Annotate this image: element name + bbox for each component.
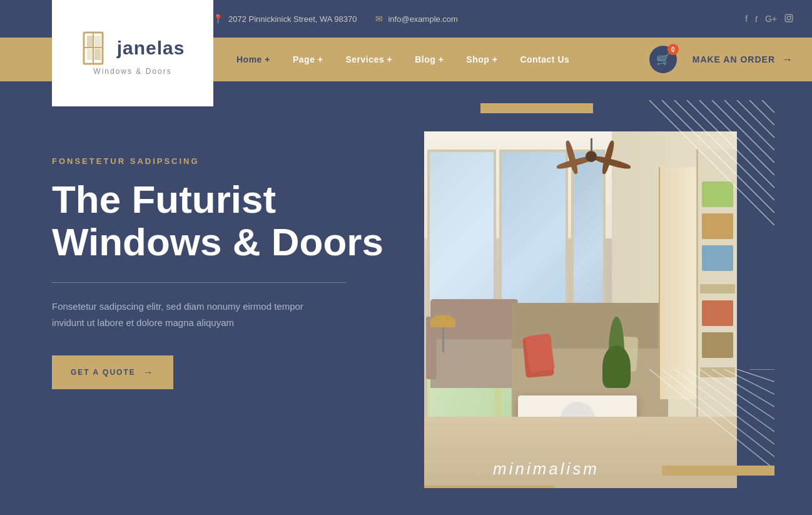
diagonal-lines-top — [637, 100, 774, 263]
nav-item-home[interactable]: Home + — [225, 38, 282, 81]
svg-line-11 — [662, 100, 774, 213]
email-text: info@example.com — [388, 14, 457, 24]
ceiling-fan — [556, 138, 631, 188]
arrow-icon: → — [781, 53, 793, 66]
email-icon: ✉ — [375, 14, 383, 24]
nav-item-contact[interactable]: Contact Us — [509, 38, 581, 81]
twitter-icon[interactable]: t — [755, 14, 758, 24]
hero-title-line2: Windows & Doors — [52, 220, 383, 263]
hero-section: FONSETETUR SADIPSCING The Futurist Windo… — [0, 81, 812, 490]
hero-description: Fonsetetur sadipscing elitr, sed diam no… — [52, 298, 333, 330]
hero-divider — [52, 282, 346, 283]
deco-bottom-bar — [662, 466, 774, 476]
svg-line-24 — [699, 369, 774, 419]
get-quote-label: GET A QUOTE — [71, 368, 136, 377]
address-info: 📍 2072 Pinnickinick Street, WA 98370 — [213, 14, 357, 24]
cart-badge: 0 — [667, 44, 679, 55]
make-order-label: MAKE AN ORDER — [693, 54, 775, 64]
svg-rect-4 — [94, 49, 101, 60]
nav-item-page[interactable]: Page + — [282, 38, 335, 81]
instagram-icon[interactable] — [784, 14, 793, 24]
hero-title-line1: The Futurist — [52, 178, 276, 221]
svg-rect-2 — [94, 36, 101, 47]
svg-line-18 — [749, 100, 774, 125]
minimalism-text: minimalism — [493, 459, 599, 479]
facebook-icon[interactable]: f — [745, 14, 748, 24]
logo-icon — [81, 31, 112, 66]
svg-line-25 — [712, 369, 774, 407]
cart-icon: 🛒 — [656, 53, 670, 66]
svg-line-27 — [737, 369, 774, 382]
svg-line-15 — [712, 100, 774, 163]
svg-rect-7 — [785, 14, 793, 22]
nav-item-shop[interactable]: Shop + — [455, 38, 509, 81]
nav-item-blog[interactable]: Blog + — [403, 38, 455, 81]
hero-image-area: minimalism — [424, 100, 774, 488]
social-icons: f t G+ — [745, 14, 793, 24]
svg-point-8 — [787, 16, 791, 20]
svg-line-19 — [762, 100, 774, 113]
svg-line-16 — [724, 100, 774, 150]
nav-item-services[interactable]: Services + — [335, 38, 404, 81]
svg-line-14 — [699, 100, 774, 175]
svg-line-20 — [649, 369, 774, 469]
svg-rect-1 — [87, 36, 93, 47]
cart-button[interactable]: 🛒 0 — [649, 46, 677, 73]
logo-area: janelas Windows & Doors — [52, 0, 213, 106]
address-text: 2072 Pinnickinick Street, WA 98370 — [228, 14, 357, 24]
svg-line-22 — [674, 369, 774, 444]
svg-point-9 — [790, 15, 791, 16]
site-name: janelas — [117, 38, 185, 59]
hero-content: FONSETETUR SADIPSCING The Futurist Windo… — [52, 106, 402, 389]
diagonal-lines-bottom — [649, 369, 774, 469]
location-icon: 📍 — [213, 14, 223, 24]
svg-line-21 — [662, 369, 774, 457]
svg-rect-3 — [87, 49, 93, 60]
make-order-button[interactable]: MAKE AN ORDER → — [686, 53, 799, 66]
nav-items: Home + Page + Services + Blog + Shop + C… — [225, 38, 640, 81]
googleplus-icon[interactable]: G+ — [765, 14, 777, 24]
get-quote-button[interactable]: GET A QUOTE → — [52, 355, 173, 389]
svg-line-13 — [687, 100, 774, 188]
svg-line-12 — [674, 100, 774, 200]
deco-top-bar — [480, 103, 593, 113]
site-tagline: Windows & Doors — [93, 67, 171, 76]
hero-subtitle: FONSETETUR SADIPSCING — [52, 156, 402, 166]
cta-arrow-icon: → — [143, 367, 155, 378]
email-info: ✉ info@example.com — [375, 14, 457, 24]
hero-title: The Futurist Windows & Doors — [52, 178, 402, 263]
